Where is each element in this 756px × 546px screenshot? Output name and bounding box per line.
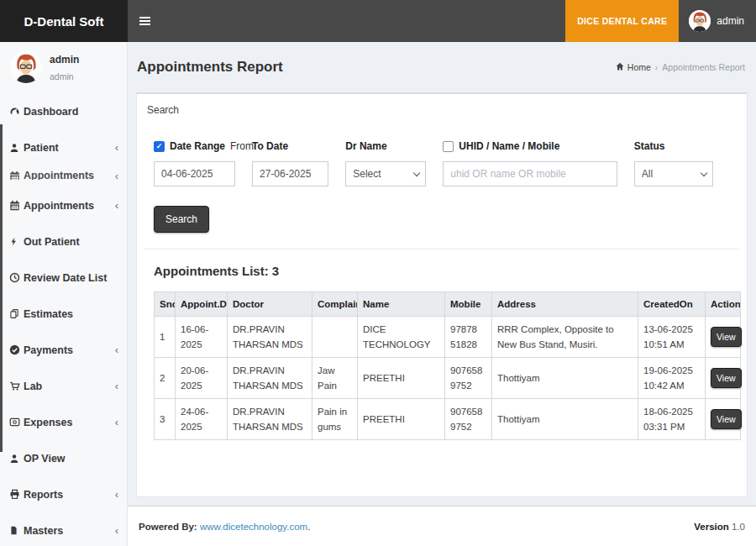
date-range-checkbox[interactable] — [154, 141, 165, 152]
column-header-mobile: Mobile — [445, 292, 492, 317]
dr-name-select[interactable]: Select — [345, 161, 426, 186]
search-button[interactable]: Search — [154, 206, 209, 233]
sidebar-item-label: Masters — [24, 525, 63, 537]
cell-name: PREETHI — [358, 358, 445, 399]
column-header-complaint: Complaint — [312, 292, 358, 317]
from-label: From — [230, 140, 254, 152]
main-content: Appointments Report Home › Appointments … — [128, 42, 756, 506]
printer-icon — [9, 489, 24, 500]
view-button[interactable]: View — [711, 368, 742, 388]
sidebar-item-label: Payments — [24, 344, 73, 356]
sidebar-item-expenses[interactable]: Expenses‹ — [0, 404, 127, 440]
breadcrumb: Home › Appointments Report — [616, 62, 745, 72]
sidebar-item-review-date-list[interactable]: Review Date List — [0, 260, 127, 296]
content-header: Appointments Report Home › Appointments … — [128, 42, 756, 92]
appointments-list-title: Appointments List: 3 — [154, 264, 730, 278]
uhid-input[interactable] — [443, 161, 617, 186]
clinic-name-button[interactable]: DICE DENTAL CARE — [565, 0, 679, 42]
cell-complaint — [312, 317, 358, 358]
column-header-createdon: CreatedOn — [638, 292, 706, 317]
cell-address: RRR Complex, Opposite to New Bus Stand, … — [492, 317, 638, 358]
cell-complaint: Pain in gums — [312, 399, 358, 440]
sidebar-item-label: OP View — [24, 453, 66, 465]
search-form: Date Range From To Date Dr Name Select — [147, 139, 737, 186]
sidebar-item-dashboard[interactable]: Dashboard — [0, 93, 127, 129]
dr-name-label: Dr Name — [345, 140, 386, 152]
navbar: DICE DENTAL CARE admin — [128, 0, 756, 42]
sidebar-item-out-patient[interactable]: Out Patient — [0, 223, 127, 260]
top-navbar: D-Dental Soft DICE DENTAL CARE admin — [0, 0, 756, 42]
breadcrumb-home-link[interactable]: Home — [616, 62, 651, 72]
column-header-appoint-date: Appoint.Date — [176, 292, 228, 317]
clock-icon — [9, 272, 24, 283]
cell-sno: 3 — [155, 399, 176, 440]
cell-date: 20-06-2025 — [176, 358, 228, 399]
sidebar-avatar — [10, 51, 42, 83]
appointments-table: SnoAppoint.DateDoctorComplaintNameMobile… — [154, 291, 741, 440]
cell-date: 16-06-2025 — [176, 317, 228, 358]
sidebar-item-label: Review Date List — [24, 272, 107, 284]
search-panel-title: Search — [147, 104, 737, 116]
results-section: Appointments List: 3 SnoAppoint.DateDoct… — [147, 264, 737, 440]
sidebar-item-reports[interactable]: Reports‹ — [0, 476, 127, 512]
table-row: 324-06-2025DR.PRAVIN THARSAN MDSPain in … — [155, 399, 741, 440]
cell-action: View — [706, 399, 741, 440]
cart-icon — [9, 381, 24, 391]
footer: Powered By: www.dicetechnology.com. Vers… — [128, 506, 756, 546]
version-text: Version 1.0 — [694, 522, 745, 532]
sidebar-item-appointments[interactable]: Appointments‹ — [0, 187, 127, 223]
sidebar-item-label: Dashboard — [24, 106, 78, 118]
status-label: Status — [634, 140, 665, 152]
app-logo[interactable]: D-Dental Soft — [0, 0, 128, 42]
status-select[interactable]: All — [634, 161, 713, 186]
bolt-icon — [9, 236, 24, 247]
sidebar-scrollbar[interactable] — [0, 124, 3, 452]
sidebar-item-masters[interactable]: Masters‹ — [0, 512, 127, 546]
sidebar-item-lab[interactable]: Lab‹ — [0, 368, 127, 404]
cell-sno: 2 — [155, 358, 176, 399]
sidebar-item-label: Estimates — [24, 308, 73, 320]
uhid-label: UHID / Name / Mobile — [459, 140, 559, 152]
field-dr-name: Dr Name Select — [345, 139, 426, 186]
chevron-left-icon: ‹ — [115, 381, 118, 391]
divider — [144, 249, 740, 249]
field-uhid: UHID / Name / Mobile — [443, 139, 617, 186]
dicetechnology-link[interactable]: www.dicetechnology.com — [200, 522, 307, 532]
cell-address: Thottiyam — [492, 358, 638, 399]
sidebar-item-op-view[interactable]: OP View — [0, 440, 127, 476]
user-icon — [9, 454, 24, 464]
sidebar-item-patient[interactable]: Patient‹ — [0, 129, 127, 165]
user-menu-label: admin — [717, 15, 744, 27]
sidebar-item-label: Appointments — [24, 200, 94, 212]
chevron-left-icon: ‹ — [115, 525, 118, 536]
cell-address: Thottiyam — [492, 399, 638, 440]
navbar-right: DICE DENTAL CARE admin — [565, 0, 756, 42]
sidebar-menu: DashboardPatient‹Appointments‹Appointmen… — [0, 93, 127, 546]
sidebar-item-estimates[interactable]: Estimates — [0, 296, 127, 332]
cell-action: View — [706, 317, 741, 358]
sidebar-item-payments[interactable]: Payments‹ — [0, 332, 127, 368]
tachometer-icon — [9, 106, 24, 117]
user-menu[interactable]: admin — [679, 10, 756, 32]
to-date-input[interactable] — [252, 161, 328, 186]
chevron-left-icon: ‹ — [115, 489, 118, 500]
column-header-name: Name — [358, 292, 445, 317]
hamburger-menu-icon[interactable] — [128, 0, 161, 42]
search-panel: Search Date Range From To Date Dr Name S… — [136, 92, 748, 497]
column-header-action: Action — [706, 292, 741, 317]
view-button[interactable]: View — [711, 327, 742, 347]
cell-created: 19-06-2025 10:42 AM — [638, 358, 706, 399]
sidebar-item-appointments[interactable]: Appointments‹ — [0, 165, 127, 187]
cell-mobile: 9076589752 — [445, 399, 492, 440]
home-icon — [616, 62, 624, 72]
calendar-icon — [9, 171, 24, 180]
from-date-input[interactable] — [154, 161, 235, 186]
cell-name: DICE TECHNOLOGY — [358, 317, 445, 358]
breadcrumb-current: Appointments Report — [662, 62, 745, 72]
cell-mobile: 97878 51828 — [445, 317, 492, 358]
to-date-label: To Date — [252, 140, 288, 152]
sidebar-item-label: Expenses — [24, 417, 72, 428]
check-circle-icon — [9, 344, 24, 355]
view-button[interactable]: View — [711, 409, 742, 429]
uhid-checkbox[interactable] — [443, 141, 454, 152]
